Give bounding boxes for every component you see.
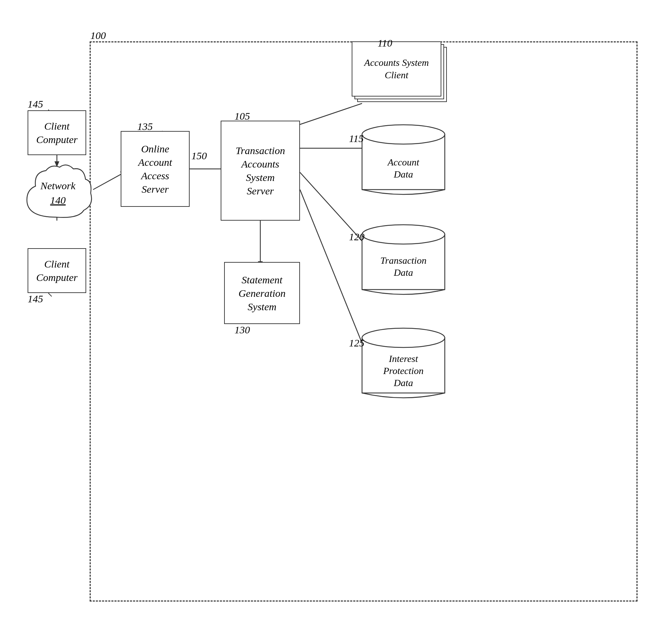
svg-text:Account: Account xyxy=(387,157,420,168)
svg-point-32 xyxy=(362,328,445,347)
svg-text:Interest: Interest xyxy=(389,353,419,364)
ref-145-bottom: 145 xyxy=(28,293,43,305)
ref-130: 130 xyxy=(234,324,250,336)
diagram-container: 100 xyxy=(14,14,658,622)
account-cyl-svg: Account Data xyxy=(359,121,448,196)
network-cloud: Network140 xyxy=(20,165,96,221)
ref-110: 110 xyxy=(378,37,392,49)
ref-135: 135 xyxy=(137,121,153,132)
client-top-label: Client Computer xyxy=(28,119,86,146)
account-data-cylinder: Account Data xyxy=(359,121,448,196)
svg-point-24 xyxy=(362,125,445,144)
ref-105: 105 xyxy=(234,110,250,122)
client-bottom-label: ClientComputer xyxy=(36,257,78,284)
label-100: 100 xyxy=(90,30,106,41)
svg-line-22 xyxy=(48,293,52,296)
client-top-box: Client Computer xyxy=(28,110,86,155)
ref-150: 150 xyxy=(191,150,207,162)
ref-125: 125 xyxy=(349,337,364,349)
svg-text:Protection: Protection xyxy=(383,365,423,376)
asc-container: Accounts SystemClient xyxy=(352,41,448,103)
asc-label: Accounts SystemClient xyxy=(364,57,429,82)
tass-label: TransactionAccountsSystemServer xyxy=(235,144,285,198)
svg-text:Data: Data xyxy=(393,377,413,388)
transaction-cyl-svg: Transaction Data xyxy=(359,221,448,296)
oaas-box: OnlineAccountAccessServer xyxy=(121,131,190,207)
sgs-label: StatementGenerationSystem xyxy=(239,273,286,313)
asc-front-box: Accounts SystemClient xyxy=(352,41,441,97)
transaction-data-cylinder: Transaction Data xyxy=(359,221,448,296)
client-bottom-box: ClientComputer xyxy=(28,248,86,293)
ref-120: 120 xyxy=(349,231,364,243)
tass-box: TransactionAccountsSystemServer xyxy=(221,121,300,221)
svg-text:Data: Data xyxy=(393,267,413,278)
ref-115: 115 xyxy=(349,133,364,144)
network-label: Network140 xyxy=(40,179,76,208)
svg-text:Data: Data xyxy=(393,169,413,180)
interest-data-cylinder: Interest Protection Data xyxy=(359,324,448,400)
ref-145-top: 145 xyxy=(28,98,43,110)
interest-cyl-svg: Interest Protection Data xyxy=(359,324,448,400)
oaas-label: OnlineAccountAccessServer xyxy=(138,142,172,196)
sgs-box: StatementGenerationSystem xyxy=(224,262,300,324)
svg-point-28 xyxy=(362,225,445,244)
svg-text:Transaction: Transaction xyxy=(380,255,427,266)
